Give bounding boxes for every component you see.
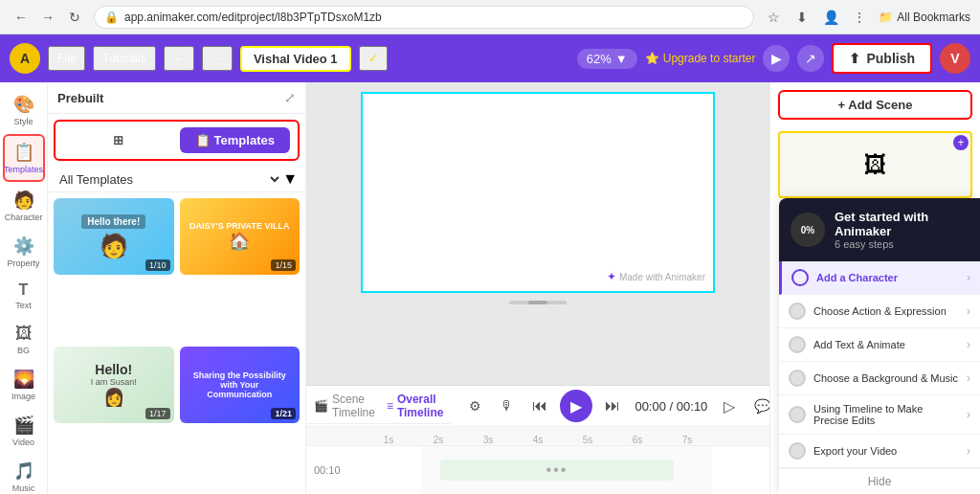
- profile-button[interactable]: 👤: [819, 6, 842, 29]
- sidebar-item-music[interactable]: 🎵 Music: [3, 455, 45, 494]
- scene-add-icon[interactable]: +: [953, 135, 969, 150]
- timeline-header: 🎬 Scene Timeline ≡ Overall Timeline ⚙ 🎙 …: [306, 386, 769, 427]
- music-icon: 🎵: [13, 460, 34, 482]
- sidebar-item-property[interactable]: ⚙️ Property: [3, 230, 45, 274]
- templates-tab[interactable]: 📋 Templates: [180, 127, 291, 153]
- track-bar: •••: [440, 460, 674, 481]
- main-layout: 🎨 Style 📋 Templates 🧑 Character ⚙️ Prope…: [0, 82, 980, 494]
- skip-forward-button[interactable]: ⏭: [600, 393, 625, 418]
- ruler-1s: 1s: [364, 435, 413, 445]
- panel-title: Prebuilt: [57, 91, 103, 105]
- play-preview-button[interactable]: ▶: [763, 45, 790, 72]
- template-badge-4: 1/21: [271, 408, 296, 419]
- downloads-button[interactable]: ⬇: [791, 6, 813, 29]
- gs-step-expression[interactable]: Choose Action & Expression ›: [779, 295, 980, 328]
- template-card-3[interactable]: Hello! I am Susan! 👩 1/17: [54, 347, 174, 423]
- bg-icon: 🖼: [15, 324, 33, 344]
- template-filter[interactable]: All Templates: [56, 171, 282, 188]
- undo-button[interactable]: ←: [164, 46, 194, 71]
- next-frame-button[interactable]: ▷: [717, 393, 742, 418]
- expand-button[interactable]: ⤢: [284, 90, 296, 105]
- reload-button[interactable]: ↻: [63, 6, 86, 29]
- template-badge-3: 1/17: [145, 408, 170, 419]
- gs-check-text: [789, 336, 806, 353]
- gs-step-background-label: Choose a Background & Music: [813, 372, 959, 384]
- layouts-tab[interactable]: ⊞: [63, 127, 174, 153]
- settings-timeline-btn[interactable]: ⚙: [462, 393, 487, 418]
- share-button[interactable]: ↗: [797, 45, 824, 72]
- gs-header: 0% Get started with Animaker 6 easy step…: [779, 198, 980, 261]
- gs-step-text-label: Add Text & Animate: [813, 339, 959, 350]
- scene-1-thumbnail[interactable]: 🖼 +: [778, 131, 972, 198]
- current-time: 00:00: [635, 399, 666, 414]
- url-text: app.animaker.com/editproject/l8b3PTpTDsx…: [124, 11, 744, 24]
- address-bar[interactable]: 🔒 app.animaker.com/editproject/l8b3PTpTD…: [94, 6, 754, 29]
- gs-check-character: [791, 269, 809, 286]
- upgrade-label: Upgrade to starter: [663, 52, 756, 65]
- sidebar-item-image[interactable]: 🌄 Image: [3, 363, 45, 407]
- checkmark-button[interactable]: ✓: [359, 46, 388, 71]
- gs-title: Get started with Animaker: [835, 210, 969, 238]
- sidebar-item-video[interactable]: 🎬 Video: [3, 409, 45, 453]
- gs-step-character[interactable]: Add a Character ›: [779, 261, 980, 295]
- scene-timeline-tab[interactable]: 🎬 Scene Timeline: [314, 393, 375, 419]
- sidebar-label-templates: Templates: [4, 165, 43, 174]
- overall-timeline-tab[interactable]: ≡ Overall Timeline: [387, 393, 443, 419]
- gs-check-background: [789, 370, 806, 387]
- zoom-control[interactable]: 62% ▼: [577, 49, 637, 69]
- character-icon: 🧑: [13, 190, 34, 211]
- canvas-timeline-area: ✦ Made with Animaker 🎬 Scene Timeline: [306, 82, 769, 494]
- sidebar-item-templates[interactable]: 📋 Templates: [3, 134, 45, 182]
- gs-hide-button[interactable]: Hide: [779, 468, 980, 494]
- template-card-4[interactable]: Sharing the Possibility with Your Commun…: [180, 347, 301, 423]
- upgrade-button[interactable]: ⭐ Upgrade to starter: [645, 52, 756, 65]
- project-name[interactable]: Vishal Video 1: [240, 46, 351, 72]
- menu-button[interactable]: ⋮: [848, 6, 871, 29]
- sidebar-item-style[interactable]: 🎨 Style: [3, 88, 45, 132]
- browser-actions: ☆ ⬇ 👤 ⋮: [762, 6, 871, 29]
- gs-step-export-label: Export your Video: [813, 445, 959, 457]
- skip-back-button[interactable]: ⏮: [527, 393, 552, 418]
- ruler-5s: 5s: [563, 435, 612, 445]
- publish-button[interactable]: ⬆ Publish: [832, 43, 932, 74]
- speech-bubble-btn[interactable]: 💬: [749, 393, 769, 418]
- ruler-6s: 6s: [612, 435, 662, 445]
- sidebar-item-character[interactable]: 🧑 Character: [3, 184, 45, 228]
- ruler-3s: 3s: [463, 435, 513, 445]
- redo-button[interactable]: →: [202, 46, 233, 71]
- sidebar-item-text[interactable]: T Text: [3, 276, 45, 316]
- sidebar-item-bg[interactable]: 🖼 BG: [3, 318, 45, 361]
- tutorials-menu[interactable]: Tutorials: [93, 46, 156, 71]
- user-avatar[interactable]: V: [940, 43, 970, 74]
- mic-btn[interactable]: 🎙: [495, 393, 520, 418]
- template-card-1[interactable]: Hello there! 🧑 1/10: [54, 198, 174, 275]
- layouts-icon: ⊞: [113, 133, 123, 147]
- bookmarks-label: All Bookmarks: [897, 11, 970, 24]
- filter-chevron-icon: ▼: [282, 170, 298, 188]
- sidebar-label-music: Music: [12, 483, 35, 493]
- gs-step-export[interactable]: Export your Video ›: [779, 435, 980, 468]
- add-scene-button[interactable]: + Add Scene: [778, 90, 972, 120]
- sidebar-label-image: Image: [11, 392, 35, 401]
- text-icon: T: [19, 281, 29, 299]
- overall-timeline-label: Overall Timeline: [397, 393, 443, 419]
- templates-tab-icon: 📋: [195, 133, 211, 147]
- forward-button[interactable]: →: [36, 6, 59, 29]
- template-card-2[interactable]: DAISY'S PRIVATE VILLA 🏠 1/15: [180, 198, 301, 275]
- file-menu[interactable]: File: [48, 46, 85, 71]
- templates-panel: Prebuilt ⤢ ⊞ 📋 Templates All Templates ▼: [48, 82, 306, 494]
- overall-timeline-icon: ≡: [387, 399, 393, 413]
- image-icon: 🌄: [13, 369, 34, 390]
- gs-step-character-label: Add a Character: [816, 272, 959, 283]
- play-button[interactable]: ▶: [560, 390, 592, 422]
- gs-step-timeline[interactable]: Using Timeline to Make Precise Edits ›: [779, 395, 980, 435]
- getting-started-panel: 0% Get started with Animaker 6 easy step…: [779, 198, 980, 494]
- template-grid: Hello there! 🧑 1/10 DAISY'S PRIVATE VILL…: [48, 192, 305, 494]
- app-logo: A: [10, 43, 40, 74]
- gs-step-background[interactable]: Choose a Background & Music ›: [779, 362, 980, 395]
- back-button[interactable]: ←: [10, 6, 33, 29]
- extensions-button[interactable]: ☆: [762, 6, 785, 29]
- gs-step-text[interactable]: Add Text & Animate ›: [779, 328, 980, 362]
- gs-arrow-text: ›: [967, 338, 970, 351]
- timeline-track[interactable]: •••: [421, 446, 712, 494]
